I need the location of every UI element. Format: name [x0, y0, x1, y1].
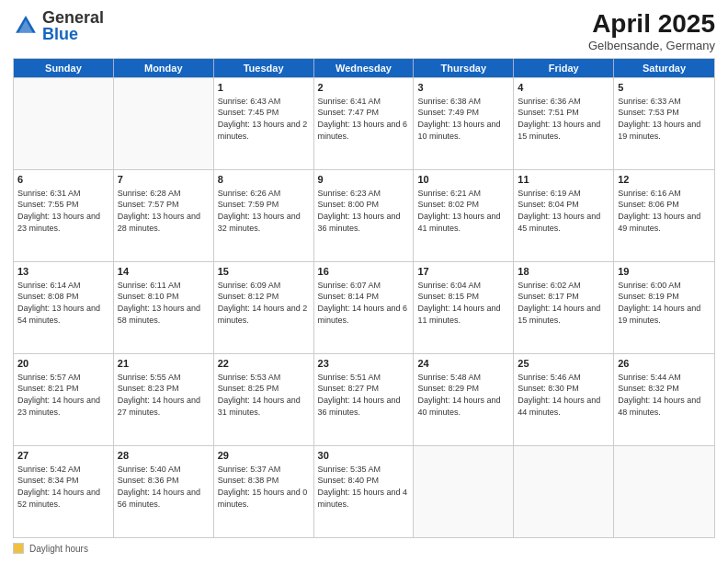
cell-info: Sunrise: 5:40 AM Sunset: 8:36 PM Dayligh… — [118, 464, 210, 510]
cell-day-number: 26 — [618, 357, 711, 371]
cell-day-number: 29 — [218, 449, 310, 463]
cal-cell-3-7: 19Sunrise: 6:00 AM Sunset: 8:19 PM Dayli… — [614, 262, 714, 353]
cell-day-number: 23 — [318, 357, 410, 371]
cal-cell-1-7: 5Sunrise: 6:33 AM Sunset: 7:53 PM Daylig… — [614, 78, 714, 169]
cal-cell-5-3: 29Sunrise: 5:37 AM Sunset: 8:38 PM Dayli… — [214, 446, 314, 537]
cell-info: Sunrise: 6:19 AM Sunset: 8:04 PM Dayligh… — [518, 188, 609, 234]
cell-info: Sunrise: 6:04 AM Sunset: 8:15 PM Dayligh… — [417, 280, 509, 326]
cell-day-number: 10 — [417, 173, 509, 187]
cal-cell-4-7: 26Sunrise: 5:44 AM Sunset: 8:32 PM Dayli… — [614, 354, 714, 445]
cell-info: Sunrise: 6:36 AM Sunset: 7:51 PM Dayligh… — [518, 96, 609, 142]
cell-info: Sunrise: 6:26 AM Sunset: 7:59 PM Dayligh… — [218, 188, 310, 234]
cal-cell-5-1: 27Sunrise: 5:42 AM Sunset: 8:34 PM Dayli… — [14, 446, 114, 537]
logo-icon — [13, 13, 39, 39]
cal-cell-1-5: 3Sunrise: 6:38 AM Sunset: 7:49 PM Daylig… — [414, 78, 514, 169]
cal-cell-3-5: 17Sunrise: 6:04 AM Sunset: 8:15 PM Dayli… — [414, 262, 514, 353]
cal-cell-3-2: 14Sunrise: 6:11 AM Sunset: 8:10 PM Dayli… — [114, 262, 214, 353]
cell-day-number: 19 — [618, 265, 711, 279]
logo-text: General Blue — [42, 9, 104, 42]
cal-cell-4-1: 20Sunrise: 5:57 AM Sunset: 8:21 PM Dayli… — [14, 354, 114, 445]
cell-day-number: 7 — [118, 173, 210, 187]
cell-day-number: 24 — [417, 357, 509, 371]
cal-cell-1-3: 1Sunrise: 6:43 AM Sunset: 7:45 PM Daylig… — [214, 78, 314, 169]
cell-day-number: 16 — [318, 265, 410, 279]
cell-info: Sunrise: 5:37 AM Sunset: 8:38 PM Dayligh… — [218, 464, 310, 510]
cell-info: Sunrise: 6:23 AM Sunset: 8:00 PM Dayligh… — [318, 188, 410, 234]
cell-info: Sunrise: 5:53 AM Sunset: 8:25 PM Dayligh… — [218, 372, 310, 418]
week-row-3: 13Sunrise: 6:14 AM Sunset: 8:08 PM Dayli… — [14, 261, 714, 353]
cal-cell-5-2: 28Sunrise: 5:40 AM Sunset: 8:36 PM Dayli… — [114, 446, 214, 537]
cal-cell-1-1 — [14, 78, 114, 169]
logo-general-text: General — [42, 8, 104, 27]
cal-cell-3-1: 13Sunrise: 6:14 AM Sunset: 8:08 PM Dayli… — [14, 262, 114, 353]
day-header-thursday: Thursday — [414, 59, 514, 77]
cal-cell-4-5: 24Sunrise: 5:48 AM Sunset: 8:29 PM Dayli… — [414, 354, 514, 445]
cell-info: Sunrise: 6:28 AM Sunset: 7:57 PM Dayligh… — [118, 188, 210, 234]
subtitle: Gelbensande, Germany — [588, 39, 715, 52]
cell-day-number: 17 — [417, 265, 509, 279]
cell-info: Sunrise: 6:02 AM Sunset: 8:17 PM Dayligh… — [518, 280, 609, 326]
cal-cell-5-7 — [614, 446, 714, 537]
cal-cell-2-4: 9Sunrise: 6:23 AM Sunset: 8:00 PM Daylig… — [314, 170, 415, 261]
cell-info: Sunrise: 6:31 AM Sunset: 7:55 PM Dayligh… — [17, 188, 109, 234]
cell-info: Sunrise: 5:35 AM Sunset: 8:40 PM Dayligh… — [318, 464, 410, 510]
cell-info: Sunrise: 5:48 AM Sunset: 8:29 PM Dayligh… — [417, 372, 509, 418]
week-row-1: 1Sunrise: 6:43 AM Sunset: 7:45 PM Daylig… — [14, 77, 714, 169]
cal-cell-4-3: 22Sunrise: 5:53 AM Sunset: 8:25 PM Dayli… — [214, 354, 314, 445]
cell-day-number: 15 — [218, 265, 310, 279]
cal-cell-4-4: 23Sunrise: 5:51 AM Sunset: 8:27 PM Dayli… — [314, 354, 415, 445]
header: General Blue April 2025 Gelbensande, Ger… — [13, 9, 715, 52]
cell-day-number: 8 — [218, 173, 310, 187]
cell-day-number: 13 — [17, 265, 109, 279]
legend-label: Daylight hours — [29, 544, 88, 554]
cell-info: Sunrise: 5:57 AM Sunset: 8:21 PM Dayligh… — [17, 372, 109, 418]
cell-info: Sunrise: 6:33 AM Sunset: 7:53 PM Dayligh… — [618, 96, 711, 142]
cell-info: Sunrise: 5:51 AM Sunset: 8:27 PM Dayligh… — [318, 372, 410, 418]
cal-cell-2-6: 11Sunrise: 6:19 AM Sunset: 8:04 PM Dayli… — [514, 170, 614, 261]
cal-cell-1-6: 4Sunrise: 6:36 AM Sunset: 7:51 PM Daylig… — [514, 78, 614, 169]
cal-cell-3-3: 15Sunrise: 6:09 AM Sunset: 8:12 PM Dayli… — [214, 262, 314, 353]
day-header-monday: Monday — [114, 59, 214, 77]
cal-cell-2-3: 8Sunrise: 6:26 AM Sunset: 7:59 PM Daylig… — [214, 170, 314, 261]
cell-day-number: 18 — [518, 265, 609, 279]
cell-day-number: 2 — [318, 81, 410, 95]
cell-day-number: 30 — [318, 449, 410, 463]
day-header-saturday: Saturday — [614, 59, 714, 77]
cell-day-number: 22 — [218, 357, 310, 371]
calendar-header-row: SundayMondayTuesdayWednesdayThursdayFrid… — [14, 59, 714, 77]
cell-day-number: 3 — [417, 81, 509, 95]
page: General Blue April 2025 Gelbensande, Ger… — [0, 0, 728, 563]
cell-day-number: 27 — [17, 449, 109, 463]
cell-info: Sunrise: 6:41 AM Sunset: 7:47 PM Dayligh… — [318, 96, 410, 142]
cell-info: Sunrise: 5:46 AM Sunset: 8:30 PM Dayligh… — [518, 372, 609, 418]
cell-info: Sunrise: 5:55 AM Sunset: 8:23 PM Dayligh… — [118, 372, 210, 418]
cell-day-number: 20 — [17, 357, 109, 371]
cal-cell-5-6 — [514, 446, 614, 537]
month-title: April 2025 — [588, 9, 715, 39]
cell-info: Sunrise: 6:00 AM Sunset: 8:19 PM Dayligh… — [618, 280, 711, 326]
cell-day-number: 4 — [518, 81, 609, 95]
day-header-wednesday: Wednesday — [314, 59, 415, 77]
cell-info: Sunrise: 6:14 AM Sunset: 8:08 PM Dayligh… — [17, 280, 109, 326]
cell-info: Sunrise: 6:43 AM Sunset: 7:45 PM Dayligh… — [218, 96, 310, 142]
cell-info: Sunrise: 6:07 AM Sunset: 8:14 PM Dayligh… — [318, 280, 410, 326]
calendar: SundayMondayTuesdayWednesdayThursdayFrid… — [13, 58, 715, 538]
cell-info: Sunrise: 5:42 AM Sunset: 8:34 PM Dayligh… — [17, 464, 109, 510]
cell-day-number: 6 — [17, 173, 109, 187]
cal-cell-5-4: 30Sunrise: 5:35 AM Sunset: 8:40 PM Dayli… — [314, 446, 415, 537]
logo-blue-text: Blue — [42, 25, 78, 43]
cal-cell-3-6: 18Sunrise: 6:02 AM Sunset: 8:17 PM Dayli… — [514, 262, 614, 353]
cell-day-number: 11 — [518, 173, 609, 187]
legend-box — [13, 543, 24, 554]
legend: Daylight hours — [13, 543, 715, 554]
cell-info: Sunrise: 6:21 AM Sunset: 8:02 PM Dayligh… — [417, 188, 509, 234]
cell-info: Sunrise: 6:38 AM Sunset: 7:49 PM Dayligh… — [417, 96, 509, 142]
cell-day-number: 28 — [118, 449, 210, 463]
logo: General Blue — [13, 9, 104, 42]
cal-cell-3-4: 16Sunrise: 6:07 AM Sunset: 8:14 PM Dayli… — [314, 262, 415, 353]
title-block: April 2025 Gelbensande, Germany — [588, 9, 715, 52]
cal-cell-2-5: 10Sunrise: 6:21 AM Sunset: 8:02 PM Dayli… — [414, 170, 514, 261]
cell-day-number: 21 — [118, 357, 210, 371]
day-header-sunday: Sunday — [14, 59, 114, 77]
cell-info: Sunrise: 5:44 AM Sunset: 8:32 PM Dayligh… — [618, 372, 711, 418]
